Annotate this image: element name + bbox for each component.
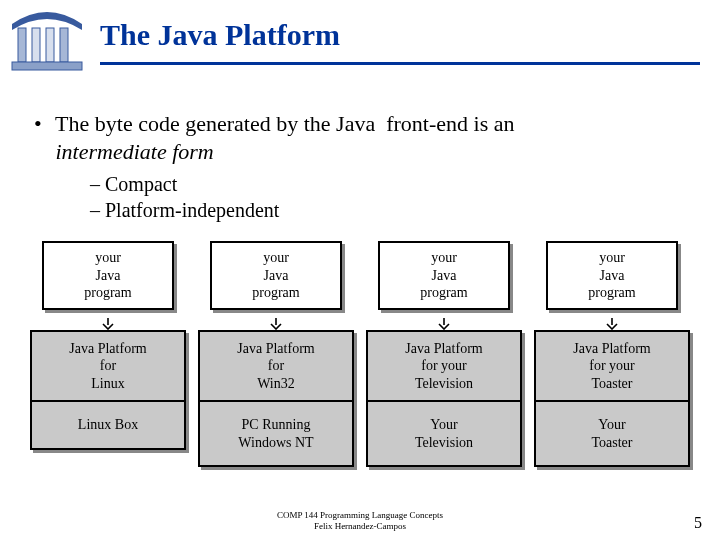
svg-rect-2 — [32, 28, 40, 62]
svg-rect-5 — [12, 62, 82, 70]
sub-bullet: – Platform-independent — [90, 197, 686, 223]
svg-rect-4 — [60, 28, 68, 62]
host-line: Linux Box — [36, 416, 180, 434]
platform-line: Linux — [36, 375, 180, 393]
program-line: program — [552, 284, 671, 302]
svg-rect-3 — [46, 28, 54, 62]
title-underline — [100, 62, 700, 65]
platform-line: Toaster — [540, 375, 684, 393]
bullet-text-b: front-end is an — [386, 111, 514, 136]
program-line: Java — [48, 267, 167, 285]
platform-box: Java Platform for your Toaster — [534, 330, 690, 402]
platform-line: Java Platform — [204, 340, 348, 358]
program-box: your Java program — [42, 241, 173, 310]
host-line: PC Running — [204, 416, 348, 434]
platform-line: for your — [540, 357, 684, 375]
slide: The Java Platform • The byte code genera… — [0, 0, 720, 540]
platform-box: Java Platform for your Television — [366, 330, 522, 402]
down-arrow-icon — [30, 316, 186, 330]
footer-line: COMP 144 Programming Language Concepts — [0, 510, 720, 521]
host-box: Your Toaster — [534, 401, 690, 467]
host-line: Toaster — [540, 434, 684, 452]
page-number: 5 — [694, 514, 702, 532]
down-arrow-icon — [534, 316, 690, 330]
sub-bullet-text: Platform-independent — [105, 199, 279, 221]
slide-title: The Java Platform — [100, 18, 340, 52]
platform-column: your Java program Java Platform for Win3… — [198, 241, 354, 467]
program-line: program — [48, 284, 167, 302]
host-line: Your — [372, 416, 516, 434]
platform-line: for your — [372, 357, 516, 375]
program-line: Java — [552, 267, 671, 285]
bullet-main: • The byte code generated by the Java fr… — [34, 110, 686, 165]
platform-column: your Java program Java Platform for your… — [366, 241, 522, 467]
platform-line: Win32 — [204, 375, 348, 393]
platform-box: Java Platform for Linux — [30, 330, 186, 402]
down-arrow-icon — [366, 316, 522, 330]
host-line: Your — [540, 416, 684, 434]
platform-line: Television — [372, 375, 516, 393]
platform-column: your Java program Java Platform for your… — [534, 241, 690, 467]
program-box: your Java program — [546, 241, 677, 310]
platform-column: your Java program Java Platform for Linu… — [30, 241, 186, 467]
sub-bullet: – Compact — [90, 171, 686, 197]
bullet-text-ital: intermediate form — [56, 139, 214, 164]
platform-line: Java Platform — [372, 340, 516, 358]
bullet-dot-icon: • — [34, 110, 50, 138]
program-line: your — [552, 249, 671, 267]
program-line: Java — [384, 267, 503, 285]
host-box: Linux Box — [30, 401, 186, 450]
program-line: program — [384, 284, 503, 302]
program-line: program — [216, 284, 335, 302]
program-box: your Java program — [378, 241, 509, 310]
down-arrow-icon — [198, 316, 354, 330]
host-line: Television — [372, 434, 516, 452]
platform-line: for — [36, 357, 180, 375]
platform-line: Java Platform — [36, 340, 180, 358]
slide-body: • The byte code generated by the Java fr… — [0, 80, 720, 223]
sub-bullet-text: Compact — [105, 173, 177, 195]
program-box: your Java program — [210, 241, 341, 310]
program-line: your — [384, 249, 503, 267]
sub-bullet-list: – Compact – Platform-independent — [90, 171, 686, 223]
footer-line: Felix Hernandez-Campos — [0, 521, 720, 532]
platform-diagram: your Java program Java Platform for Linu… — [0, 241, 720, 467]
platform-line: for — [204, 357, 348, 375]
well-logo-icon — [6, 6, 88, 74]
svg-rect-1 — [18, 28, 26, 62]
bullet-text-a: The byte code generated by the Java — [55, 111, 375, 136]
program-line: your — [216, 249, 335, 267]
program-line: Java — [216, 267, 335, 285]
platform-box: Java Platform for Win32 — [198, 330, 354, 402]
slide-footer: COMP 144 Programming Language Concepts F… — [0, 510, 720, 532]
host-box: PC Running Windows NT — [198, 401, 354, 467]
host-line: Windows NT — [204, 434, 348, 452]
slide-header: The Java Platform — [0, 0, 720, 80]
program-line: your — [48, 249, 167, 267]
host-box: Your Television — [366, 401, 522, 467]
platform-line: Java Platform — [540, 340, 684, 358]
